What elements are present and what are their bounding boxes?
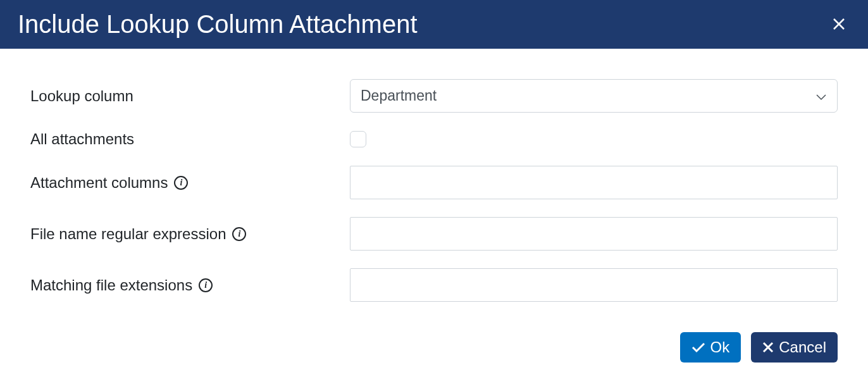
matching-ext-input[interactable] — [350, 268, 838, 302]
info-icon[interactable]: i — [232, 227, 246, 241]
cancel-button[interactable]: Cancel — [751, 332, 838, 363]
file-regex-row: File name regular expression i — [30, 217, 838, 251]
info-icon[interactable]: i — [199, 278, 213, 292]
ok-button-label: Ok — [710, 338, 730, 356]
matching-ext-row: Matching file extensions i — [30, 268, 838, 302]
dialog-footer: Ok Cancel — [0, 332, 868, 372]
attachment-columns-row: Attachment columns i — [30, 166, 838, 199]
chevron-down-icon — [815, 87, 827, 104]
lookup-column-row: Lookup column Department — [30, 79, 838, 113]
file-regex-label: File name regular expression i — [30, 225, 350, 243]
lookup-column-select[interactable]: Department — [350, 79, 838, 113]
check-icon — [691, 342, 705, 353]
file-regex-input[interactable] — [350, 217, 838, 251]
dialog-header: Include Lookup Column Attachment — [0, 0, 868, 49]
x-icon — [762, 342, 774, 353]
close-icon — [833, 15, 845, 34]
matching-ext-label: Matching file extensions i — [30, 276, 350, 294]
attachment-columns-label: Attachment columns i — [30, 174, 350, 192]
all-attachments-label: All attachments — [30, 130, 350, 148]
lookup-column-value: Department — [361, 87, 437, 104]
info-icon[interactable]: i — [174, 176, 188, 190]
dialog-body: Lookup column Department All attachments — [0, 49, 868, 332]
all-attachments-row: All attachments — [30, 130, 838, 148]
include-lookup-column-attachment-dialog: Include Lookup Column Attachment Lookup … — [0, 0, 868, 372]
all-attachments-checkbox[interactable] — [350, 131, 366, 147]
cancel-button-label: Cancel — [779, 338, 826, 356]
dialog-title: Include Lookup Column Attachment — [18, 10, 418, 39]
close-button[interactable] — [828, 12, 850, 37]
lookup-column-label: Lookup column — [30, 87, 350, 105]
attachment-columns-input[interactable] — [350, 166, 838, 199]
ok-button[interactable]: Ok — [680, 332, 741, 363]
